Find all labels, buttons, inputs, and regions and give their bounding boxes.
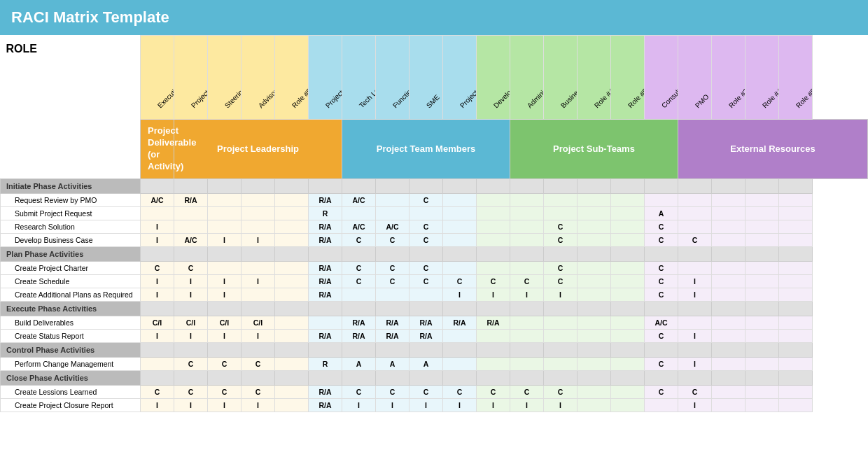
group-header-external: External Resources: [678, 120, 868, 179]
phase-cell: [678, 342, 712, 357]
raci-cell: C: [410, 261, 443, 274]
phase-cell: [578, 370, 611, 385]
raci-cell: R: [309, 357, 342, 370]
phase-cell: [510, 178, 544, 193]
raci-cell: C: [241, 385, 275, 398]
raci-cell: [443, 193, 477, 206]
raci-cell: [712, 357, 746, 370]
phase-cell: [746, 342, 779, 357]
raci-cell: [746, 385, 779, 398]
raci-cell: I: [678, 357, 712, 370]
raci-cell: R/A: [410, 316, 443, 329]
phase-cell: [174, 246, 208, 261]
raci-cell: [645, 193, 678, 206]
raci-cell: C: [376, 274, 410, 288]
raci-cell: C: [544, 220, 578, 233]
phase-cell: [746, 301, 779, 316]
raci-cell: [578, 357, 611, 370]
raci-cell: C: [477, 274, 510, 288]
raci-cell: [779, 398, 813, 412]
raci-cell: C/I: [241, 316, 275, 329]
phase-cell: [208, 178, 241, 193]
phase-cell: [712, 370, 746, 385]
raci-cell: [611, 316, 645, 329]
raci-cell: [510, 193, 544, 206]
raci-cell: C: [510, 274, 544, 288]
raci-cell: [443, 220, 477, 233]
phase-cell: [208, 301, 241, 316]
raci-cell: R/A: [309, 385, 342, 398]
raci-cell: C: [645, 357, 678, 370]
diag-header-team_member: Project Team Member: [443, 36, 477, 120]
activity-label: Research Solution: [1, 220, 141, 233]
diag-header-advisory: Advisory Committee: [241, 36, 275, 120]
raci-cell: C: [443, 385, 477, 398]
diag-header-biz_analyst: Business Analyst: [544, 36, 578, 120]
raci-cell: I: [678, 288, 712, 301]
activity-label: Develop Business Case: [1, 233, 141, 246]
phase-cell: [241, 246, 275, 261]
raci-cell: I: [174, 329, 208, 342]
phase-cell: [141, 301, 174, 316]
phase-cell: [477, 246, 510, 261]
raci-cell: I: [241, 398, 275, 412]
raci-cell: [443, 329, 477, 342]
phase-cell: [376, 301, 410, 316]
phase-cell: [779, 370, 813, 385]
raci-cell: C: [678, 233, 712, 246]
raci-cell: C: [376, 233, 410, 246]
phase-cell: [309, 370, 342, 385]
phase-row-execute: Execute Phase Activities: [1, 301, 868, 316]
activity-label: Perform Change Management: [1, 357, 141, 370]
raci-cell: R/A: [309, 274, 342, 288]
raci-cell: [275, 357, 309, 370]
phase-cell: [611, 246, 645, 261]
raci-cell: [746, 398, 779, 412]
raci-cell: C: [477, 385, 510, 398]
raci-cell: [241, 261, 275, 274]
raci-cell: I: [678, 398, 712, 412]
raci-cell: [477, 233, 510, 246]
phase-cell: [544, 246, 578, 261]
phase-cell: [208, 342, 241, 357]
raci-cell: [678, 316, 712, 329]
group-header-leadership: Project Leadership: [174, 120, 342, 179]
raci-cell: A: [410, 357, 443, 370]
raci-cell: C: [376, 261, 410, 274]
raci-cell: [477, 193, 510, 206]
phase-cell: [678, 370, 712, 385]
raci-cell: C/I: [141, 316, 174, 329]
raci-cell: C: [645, 220, 678, 233]
raci-cell: [678, 220, 712, 233]
phase-row-control: Control Phase Activities: [1, 342, 868, 357]
raci-cell: I: [342, 398, 376, 412]
raci-cell: [275, 398, 309, 412]
raci-cell: A/C: [645, 316, 678, 329]
raci-cell: [275, 193, 309, 206]
raci-cell: [241, 193, 275, 206]
phase-cell: [477, 342, 510, 357]
phase-cell: [376, 178, 410, 193]
raci-cell: [544, 206, 578, 220]
raci-cell: C: [410, 385, 443, 398]
diag-header-role4_s: Role #4: [578, 36, 611, 120]
phase-cell: [544, 342, 578, 357]
raci-cell: I: [544, 288, 578, 301]
raci-cell: I: [678, 329, 712, 342]
raci-cell: A/C: [141, 193, 174, 206]
raci-cell: C: [376, 385, 410, 398]
phase-cell: [544, 370, 578, 385]
activity-row: Create Project CharterCCR/ACCCCC: [1, 261, 868, 274]
raci-cell: [746, 206, 779, 220]
raci-cell: [241, 220, 275, 233]
phase-cell: [544, 301, 578, 316]
raci-cell: R/A: [309, 233, 342, 246]
raci-cell: R/A: [174, 193, 208, 206]
raci-cell: [611, 233, 645, 246]
phase-cell: [645, 246, 678, 261]
raci-cell: [678, 261, 712, 274]
phase-row-close: Close Phase Activities: [1, 370, 868, 385]
phase-cell: [611, 178, 645, 193]
phase-cell: [578, 342, 611, 357]
phase-cell: [342, 301, 376, 316]
